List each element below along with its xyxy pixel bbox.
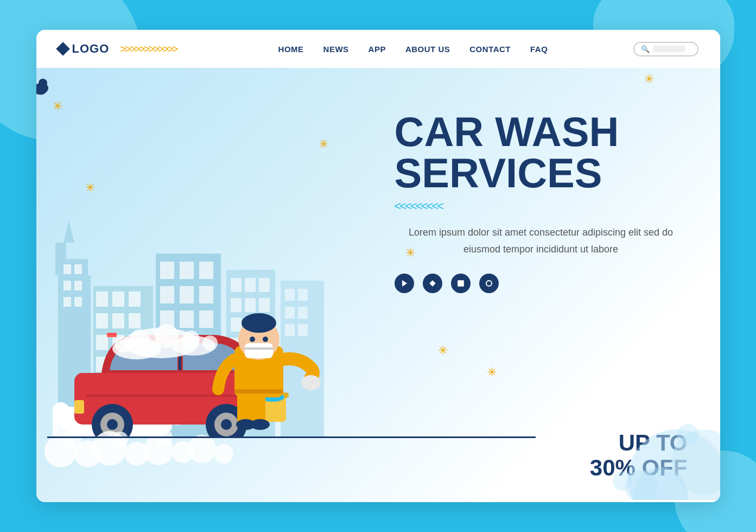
nav-news[interactable]: NEWS [323,45,349,54]
title-line2: SERVICES [395,150,602,196]
svg-point-100 [250,337,255,342]
nav-about[interactable]: ABOUT US [405,45,450,54]
svg-point-111 [62,430,81,450]
svg-point-123 [677,424,698,446]
svg-rect-70 [107,333,117,337]
svg-rect-68 [74,400,84,414]
nav-contact[interactable]: CONTACT [469,45,511,54]
action-icons-row [395,274,688,293]
sparkle-7: ✳ [487,366,497,378]
hero-title: CAR WASH SERVICES [395,111,688,194]
svg-point-109 [188,435,216,463]
nav-chevrons-decoration: >>>>>>>>>>>> [120,43,176,55]
svg-rect-102 [234,389,283,394]
hero-description: Lorem ipsum dolor sit amet consectetur a… [395,224,688,257]
svg-point-82 [182,331,200,348]
sparkle-3: ✳ [319,138,328,150]
svg-rect-98 [245,347,273,350]
svg-marker-115 [402,280,407,287]
svg-rect-117 [458,280,464,287]
title-line1: CAR WASH [395,109,619,155]
svg-point-110 [214,444,233,464]
svg-rect-116 [429,281,435,287]
search-bar[interactable]: 🔍 [633,42,698,56]
square-icon-button[interactable] [451,274,471,293]
svg-rect-97 [245,343,273,358]
bubble-decorations [557,381,720,502]
nav-links: HOME NEWS APP ABOUT US CONTACT FAQ [193,45,633,54]
svg-point-95 [301,375,321,390]
content-area: CAR WASH SERVICES <<<<<<<<< Lorem ipsum … [36,68,720,502]
nav-app[interactable]: APP [369,45,386,54]
svg-point-99 [242,313,276,333]
svg-point-93 [250,419,270,430]
sparkle-5: ✳ [438,345,448,357]
logo-text: LOGO [72,42,110,56]
search-icon: 🔍 [641,45,650,53]
ground-line [47,436,536,438]
main-card: LOGO >>>>>>>>>>>> HOME NEWS APP ABOUT US… [36,30,720,502]
diamond-icon-button[interactable] [423,274,442,293]
svg-point-84 [115,337,131,353]
svg-point-81 [155,324,179,348]
sparkle-2: ✳ [85,182,95,194]
navbar: LOGO >>>>>>>>>>>> HOME NEWS APP ABOUT US… [36,30,720,68]
play-icon-button[interactable] [395,274,414,293]
svg-marker-2 [63,221,74,243]
svg-point-80 [130,330,149,349]
left-panel [36,68,373,502]
sparkle-6: ✳ [644,73,654,85]
svg-point-112 [113,432,128,447]
sparkle-1: ✳ [53,100,62,112]
nav-home[interactable]: HOME [278,45,304,54]
chevrons-under-title: <<<<<<<<< [395,199,688,213]
svg-point-63 [53,402,69,420]
svg-point-101 [263,337,268,342]
worker-illustration [205,259,329,438]
svg-point-118 [486,281,492,286]
svg-point-114 [39,79,47,87]
logo-diamond-icon [56,42,69,55]
svg-point-124 [613,471,632,491]
nav-faq[interactable]: FAQ [530,45,548,54]
circle-icon-button[interactable] [479,274,499,293]
sparkle-4: ✳ [405,247,415,259]
logo-area: LOGO [58,42,110,56]
search-input[interactable] [653,46,685,52]
water-drop-decoration [36,79,53,119]
